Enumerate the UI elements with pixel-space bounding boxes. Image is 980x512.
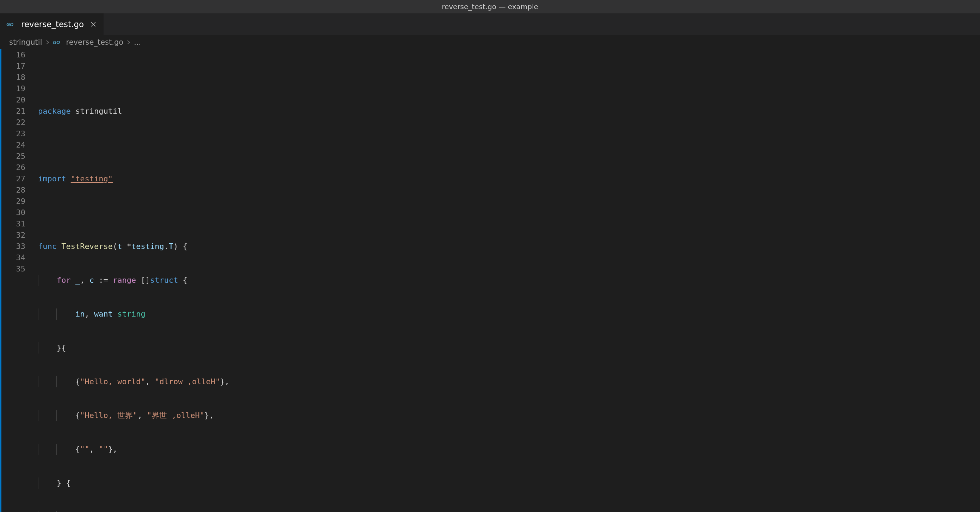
- line-number: 18: [0, 72, 25, 83]
- tab-active[interactable]: GO reverse_test.go: [0, 13, 104, 35]
- line-number: 17: [0, 60, 25, 72]
- line-number: 21: [0, 106, 25, 117]
- code-line: {"Hello, world", "dlrow ,olleH"},: [38, 376, 980, 387]
- go-file-icon: GO: [6, 21, 17, 27]
- code-line: [38, 140, 980, 151]
- go-file-icon: GO: [53, 40, 64, 45]
- line-number: 20: [0, 94, 25, 106]
- breadcrumb-symbol[interactable]: ...: [134, 38, 141, 46]
- code-line: } {: [38, 477, 980, 489]
- line-number: 31: [0, 218, 25, 230]
- line-number: 22: [0, 117, 25, 128]
- breadcrumb-root[interactable]: stringutil: [9, 38, 42, 46]
- line-number: 23: [0, 128, 25, 140]
- tab-filename: reverse_test.go: [21, 20, 84, 29]
- line-number: 27: [0, 173, 25, 184]
- line-number: 32: [0, 230, 25, 241]
- window-title: reverse_test.go — example: [442, 2, 538, 11]
- line-number: 34: [0, 252, 25, 263]
- code-line: [38, 72, 980, 83]
- editor[interactable]: 16 17 18 19 20 21 22 23 24 25 26 27 28 2…: [0, 49, 980, 512]
- line-number: 28: [0, 184, 25, 196]
- line-number: 24: [0, 140, 25, 151]
- code-line: package stringutil: [38, 106, 980, 117]
- line-number: 29: [0, 196, 25, 207]
- svg-text:GO: GO: [6, 22, 13, 27]
- chevron-right-icon: [45, 40, 50, 45]
- line-number: 16: [0, 49, 25, 60]
- code-line: }{: [38, 342, 980, 353]
- line-number: 26: [0, 162, 25, 173]
- line-number: 25: [0, 151, 25, 162]
- breadcrumb-file[interactable]: GO reverse_test.go: [53, 38, 124, 46]
- svg-text:GO: GO: [53, 40, 60, 45]
- editor-accent: [0, 49, 2, 512]
- title-bar: reverse_test.go — example: [0, 0, 980, 13]
- line-number-gutter: 16 17 18 19 20 21 22 23 24 25 26 27 28 2…: [0, 49, 38, 512]
- line-number: 35: [0, 263, 25, 275]
- breadcrumb: stringutil GO reverse_test.go ...: [0, 35, 980, 49]
- code-line: {"Hello, 世界", "界世 ,olleH"},: [38, 410, 980, 421]
- close-icon[interactable]: [89, 21, 97, 28]
- line-number: 30: [0, 207, 25, 218]
- code-line: func TestReverse(t *testing.T) {: [38, 241, 980, 252]
- code-line: in, want string: [38, 308, 980, 320]
- code-line: for _, c := range []struct {: [38, 275, 980, 286]
- chevron-right-icon: [126, 40, 131, 45]
- line-number: 19: [0, 83, 25, 94]
- code-line: [38, 207, 980, 218]
- line-number: 33: [0, 241, 25, 252]
- tabs-bar: GO reverse_test.go: [0, 13, 980, 35]
- code-line: {"", ""},: [38, 444, 980, 455]
- code-content[interactable]: package stringutil import "testing" func…: [38, 49, 980, 512]
- code-line: import "testing": [38, 173, 980, 184]
